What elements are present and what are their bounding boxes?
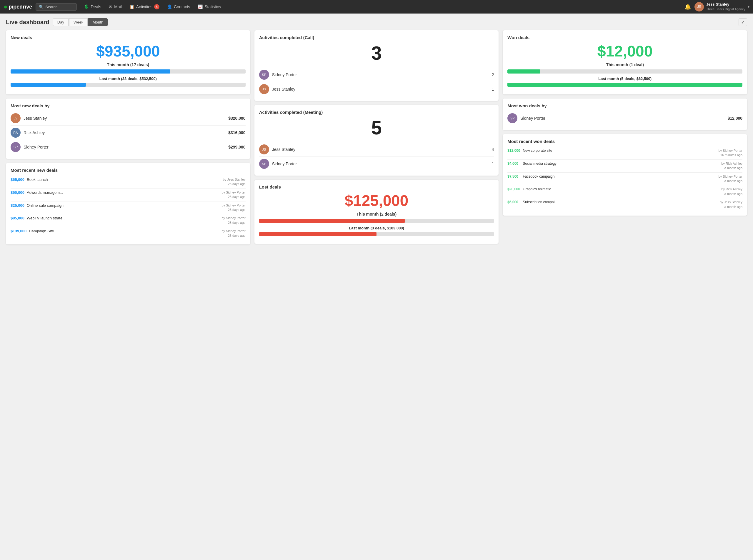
deal-name: WebTV launch strate... (27, 216, 219, 220)
deal-amount: $139,000 (11, 229, 26, 233)
nav-mail-label: Mail (114, 4, 122, 9)
deal-meta: by Sidney Porter 23 days ago (221, 229, 245, 238)
nav-item-mail[interactable]: ✉ Mail (105, 3, 125, 11)
person-amount: $299,000 (228, 145, 245, 149)
new-deals-amount: $935,000 (11, 42, 245, 60)
list-item: $6,000 Subscription campai... by Jess St… (508, 198, 742, 211)
most-recent-won-deals-title: Most recent won deals (508, 139, 742, 144)
list-item: $4,000 Social media strategy by Rick Ash… (508, 160, 742, 173)
export-button[interactable]: ⤢ (738, 18, 747, 26)
new-deals-last-bar-fill (11, 83, 86, 87)
brand-dot: ● (3, 3, 7, 11)
lost-bar-fill (259, 219, 405, 223)
deal-name: Online sale campaign (27, 203, 219, 208)
nav-item-statistics[interactable]: 📈 Statistics (194, 3, 224, 11)
new-deals-card: New deals $935,000 This month (17 deals)… (6, 30, 250, 95)
new-deals-title: New deals (11, 35, 245, 40)
avatar: SP (508, 113, 517, 123)
won-deal-name: Social media strategy (523, 161, 719, 165)
nav-items: 💲 Deals ✉ Mail 📋 Activities 5 👤 Contacts… (80, 2, 683, 11)
list-item: $65,000 Book launch by Jess Stanley 23 d… (11, 176, 245, 188)
won-amount: $6,000 (508, 200, 521, 204)
deal-amount: $25,000 (11, 203, 24, 208)
person-name: Jess Stanley (23, 116, 225, 121)
avatar: SP (259, 70, 269, 80)
won-deal-name: New corporate site (523, 148, 716, 153)
won-meta: by Jess Stanley a month ago (720, 200, 742, 209)
lost-deals-card: Lost deals $125,000 This month (2 deals)… (254, 180, 499, 244)
recent-won-deals-list: $12,000 New corporate site by Sidney Por… (508, 147, 742, 211)
notification-bell-icon[interactable]: 🔔 (685, 3, 691, 10)
deal-meta: by Sidney Porter 23 days ago (221, 203, 245, 212)
nav-right: 🔔 JS Jess Stanley Three Bears Digital Ag… (685, 2, 750, 12)
new-deals-this-month: This month (17 deals) (11, 62, 245, 67)
lost-deals-last-month: Last month (3 deals, $103,000) (259, 226, 494, 230)
recent-deals-list: $65,000 Book launch by Jess Stanley 23 d… (11, 176, 245, 240)
list-item: SP Sidney Porter 2 (259, 68, 494, 82)
list-item: $7,500 Facebook campaign by Sidney Porte… (508, 173, 742, 185)
most-won-deals-list: SP Sidney Porter $12,000 (508, 111, 742, 125)
avatar: RA (11, 128, 21, 138)
activities-icon: 📋 (130, 4, 134, 9)
nav-item-activities[interactable]: 📋 Activities 5 (126, 2, 163, 11)
deal-amount: $65,000 (11, 177, 24, 182)
user-company: Three Bears Digital Agency (706, 7, 745, 11)
search-box[interactable]: 🔍 Search (36, 3, 77, 11)
won-deals-card: Won deals $12,000 This month (1 deal) La… (503, 30, 747, 95)
list-item: RA Rick Ashley $316,000 (11, 125, 245, 140)
list-item: SP Sidney Porter $12,000 (508, 111, 742, 125)
won-deal-name: Facebook campaign (523, 175, 716, 179)
list-item: $50,000 Adwords managem... by Sidney Por… (11, 188, 245, 201)
deal-meta: by Sidney Porter 23 days ago (221, 216, 245, 225)
avatar-initials: JS (697, 5, 701, 9)
won-bar-fill (508, 69, 540, 74)
deal-name: Adwords managem... (27, 190, 219, 195)
dashboard-header: Live dashboard Day Week Month ⤢ (6, 18, 747, 26)
page-title: Live dashboard (6, 19, 49, 25)
user-menu[interactable]: JS Jess Stanley Three Bears Digital Agen… (694, 2, 750, 12)
won-deals-this-month: This month (1 deal) (508, 62, 742, 67)
most-recent-new-deals-title: Most recent new deals (11, 168, 245, 173)
dashboard-grid: New deals $935,000 This month (17 deals)… (6, 30, 747, 244)
new-deals-last-month-bar (11, 83, 245, 87)
won-amount: $4,000 (508, 161, 521, 165)
tab-month[interactable]: Month (88, 18, 108, 26)
activities-meeting-title: Activities completed (Meeting) (259, 110, 494, 115)
list-item: $85,000 WebTV launch strate... by Sidney… (11, 214, 245, 227)
won-amount: $12,000 (508, 148, 521, 153)
tab-week[interactable]: Week (69, 18, 88, 26)
person-name: Sidney Porter (272, 161, 489, 166)
won-deals-last-month: Last month (5 deals, $62,500) (508, 77, 742, 81)
search-icon: 🔍 (39, 5, 43, 9)
lost-deals-title: Lost deals (259, 184, 494, 189)
deal-name: Campaign Site (29, 229, 219, 233)
activities-call-title: Activities completed (Call) (259, 35, 494, 40)
list-item: JS Jess Stanley 1 (259, 82, 494, 96)
activities-meeting-card: Activities completed (Meeting) 5 JS Jess… (254, 105, 499, 176)
won-deals-amount: $12,000 (508, 42, 742, 60)
most-new-deals-list: JS Jess Stanley $320,000 RA Rick Ashley … (11, 111, 245, 154)
most-recent-won-deals-card: Most recent won deals $12,000 New corpor… (503, 134, 747, 216)
list-item: JS Jess Stanley $320,000 (11, 111, 245, 125)
nav-item-deals[interactable]: 💲 Deals (80, 3, 105, 11)
person-amount: $316,000 (228, 130, 245, 135)
tab-day[interactable]: Day (53, 18, 68, 26)
most-won-deals-title: Most won deals by (508, 103, 742, 108)
person-name: Jess Stanley (272, 147, 489, 152)
won-deal-name: Subscription campai... (523, 200, 718, 204)
brand-logo[interactable]: ● pipedrive (3, 3, 32, 11)
main-content: Live dashboard Day Week Month ⤢ New deal… (0, 14, 753, 249)
nav-contacts-label: Contacts (174, 4, 190, 9)
search-label: Search (45, 5, 57, 9)
avatar: SP (259, 159, 269, 169)
lost-last-bar-fill (259, 232, 376, 236)
person-amount: $12,000 (728, 116, 742, 121)
most-won-deals-card: Most won deals by SP Sidney Porter $12,0… (503, 99, 747, 130)
activities-badge: 5 (154, 4, 159, 9)
nav-statistics-label: Statistics (204, 4, 221, 9)
lost-deals-amount: $125,000 (259, 192, 494, 209)
nav-item-contacts[interactable]: 👤 Contacts (163, 3, 194, 11)
person-name: Rick Ashley (23, 130, 225, 135)
new-deals-this-month-bar (11, 69, 245, 74)
deal-meta: by Jess Stanley 23 days ago (223, 177, 245, 186)
